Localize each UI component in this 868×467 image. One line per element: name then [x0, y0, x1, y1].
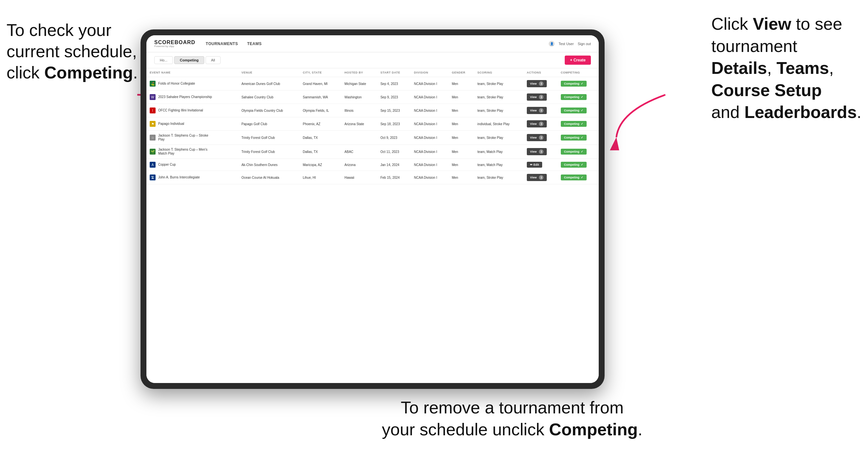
cell-city-state: Phoenix, AZ — [299, 117, 341, 131]
cell-start-date: Sep 15, 2023 — [377, 104, 411, 117]
cell-city-state: Grand Haven, MI — [299, 77, 341, 91]
cell-hosted-by — [341, 131, 377, 145]
cell-competing: Competing ✓ — [558, 91, 599, 104]
view-button[interactable]: View ℹ — [527, 80, 547, 87]
tablet-frame: SCOREBOARD Powered by clipp TOURNAMENTS … — [141, 29, 604, 389]
competing-button[interactable]: Competing ✓ — [561, 149, 587, 155]
cell-event-name: ⛳ Folds of Honor Collegiate — [147, 77, 238, 91]
info-icon: ℹ — [539, 82, 544, 86]
nav-tournaments[interactable]: TOURNAMENTS — [206, 41, 238, 46]
annotation-bottom: To remove a tournament from your schedul… — [382, 397, 643, 441]
col-actions: ACTIONS — [524, 68, 558, 77]
table-row: 🌱 Jackson T. Stephens Cup – Men's Match … — [147, 145, 599, 159]
edit-button[interactable]: ✏ Edit — [527, 162, 542, 168]
cell-venue: Olympia Fields Country Club — [238, 104, 300, 117]
cell-city-state: Lihue, HI — [299, 171, 341, 184]
cell-actions: View ℹ — [524, 145, 558, 159]
create-button[interactable]: + Create — [565, 56, 591, 65]
annotation-top-left: To check your current schedule, click Co… — [6, 20, 138, 83]
cell-hosted-by: Arizona — [341, 159, 377, 171]
competing-button[interactable]: Competing ✓ — [561, 162, 587, 168]
col-venue: VENUE — [238, 68, 300, 77]
cell-event-name: 🏝 John A. Burns Intercollegiate — [147, 171, 238, 184]
filter-tabs: Ho... Competing All — [154, 56, 221, 64]
cell-division: NCAA Division I — [411, 159, 449, 171]
tab-all[interactable]: All — [206, 56, 221, 64]
cell-scoring: team, Stroke Play — [474, 77, 524, 91]
view-button[interactable]: View ℹ — [527, 148, 547, 155]
table-row: A Copper Cup Ak-Chin Southern Dunes Mari… — [147, 159, 599, 171]
col-scoring: SCORING — [474, 68, 524, 77]
user-icon: 👤 — [549, 41, 555, 47]
competing-button[interactable]: Competing ✓ — [561, 81, 587, 87]
sign-out-link[interactable]: Sign out — [578, 42, 591, 46]
competing-button[interactable]: Competing ✓ — [561, 135, 587, 141]
col-division: DIVISION — [411, 68, 449, 77]
cell-gender: Men — [448, 159, 474, 171]
info-icon: ℹ — [539, 122, 544, 126]
cell-hosted-by: Hawaii — [341, 171, 377, 184]
view-button[interactable]: View ℹ — [527, 93, 547, 101]
user-label: Test User — [559, 42, 574, 46]
cell-city-state: Maricopa, AZ — [299, 159, 341, 171]
cell-start-date: Oct 11, 2023 — [377, 145, 411, 159]
cell-city-state: Olympia Fields, IL — [299, 104, 341, 117]
info-icon: ℹ — [539, 175, 544, 180]
cell-start-date: Sep 18, 2023 — [377, 117, 411, 131]
cell-actions: View ℹ — [524, 117, 558, 131]
cell-start-date: Oct 9, 2023 — [377, 131, 411, 145]
table-row: 🏝 John A. Burns Intercollegiate Ocean Co… — [147, 171, 599, 184]
cell-start-date: Feb 15, 2024 — [377, 171, 411, 184]
cell-actions: ✏ Edit — [524, 159, 558, 171]
cell-scoring: individual, Stroke Play — [474, 117, 524, 131]
cell-event-name: ☆ Jackson T. Stephens Cup – Stroke Play — [147, 131, 238, 145]
tournaments-table: EVENT NAME VENUE CITY, STATE HOSTED BY S… — [147, 68, 599, 184]
cell-hosted-by: ABAC — [341, 145, 377, 159]
col-gender: GENDER — [448, 68, 474, 77]
cell-hosted-by: Illinois — [341, 104, 377, 117]
arrow-right-annotation — [610, 85, 675, 150]
cell-event-name: ⚑ Papago Individual — [147, 117, 238, 131]
cell-competing: Competing ✓ — [558, 145, 599, 159]
cell-event-name: W 2023 Sahalee Players Championship — [147, 91, 238, 104]
view-button[interactable]: View ℹ — [527, 107, 547, 114]
view-button[interactable]: View ℹ — [527, 134, 547, 141]
cell-gender: Men — [448, 104, 474, 117]
cell-scoring: team, Stroke Play — [474, 104, 524, 117]
nav-items: TOURNAMENTS TEAMS — [206, 41, 538, 46]
tab-home[interactable]: Ho... — [154, 56, 173, 64]
brand-sub: Powered by clipp — [154, 45, 195, 48]
cell-actions: View ℹ — [524, 91, 558, 104]
competing-button[interactable]: Competing ✓ — [561, 94, 587, 100]
competing-button[interactable]: Competing ✓ — [561, 121, 587, 127]
nav-teams[interactable]: TEAMS — [247, 41, 262, 46]
cell-competing: Competing ✓ — [558, 159, 599, 171]
cell-event-name: I OFCC Fighting Illini Invitational — [147, 104, 238, 117]
cell-venue: American Dunes Golf Club — [238, 77, 300, 91]
table-row: I OFCC Fighting Illini Invitational Olym… — [147, 104, 599, 117]
cell-gender: Men — [448, 117, 474, 131]
view-button[interactable]: View ℹ — [527, 120, 547, 127]
cell-division: NCAA Division I — [411, 77, 449, 91]
col-competing: COMPETING — [558, 68, 599, 77]
cell-actions: View ℹ — [524, 131, 558, 145]
cell-venue: Sahalee Country Club — [238, 91, 300, 104]
cell-start-date: Sep 9, 2023 — [377, 91, 411, 104]
table-body: ⛳ Folds of Honor Collegiate American Dun… — [147, 77, 599, 184]
cell-competing: Competing ✓ — [558, 171, 599, 184]
cell-division: NCAA Division I — [411, 104, 449, 117]
cell-venue: Trinity Forest Golf Club — [238, 145, 300, 159]
cell-city-state: Sammamish, WA — [299, 91, 341, 104]
cell-scoring: team, Match Play — [474, 159, 524, 171]
cell-competing: Competing ✓ — [558, 117, 599, 131]
cell-hosted-by: Michigan State — [341, 77, 377, 91]
view-button[interactable]: View ℹ — [527, 174, 547, 181]
table-row: ☆ Jackson T. Stephens Cup – Stroke Play … — [147, 131, 599, 145]
cell-competing: Competing ✓ — [558, 77, 599, 91]
info-icon: ℹ — [539, 149, 544, 154]
competing-button[interactable]: Competing ✓ — [561, 107, 587, 114]
cell-venue: Ocean Course At Hokuala — [238, 171, 300, 184]
tab-competing[interactable]: Competing — [174, 56, 204, 64]
competing-button[interactable]: Competing ✓ — [561, 175, 587, 180]
cell-start-date: Jan 14, 2024 — [377, 159, 411, 171]
